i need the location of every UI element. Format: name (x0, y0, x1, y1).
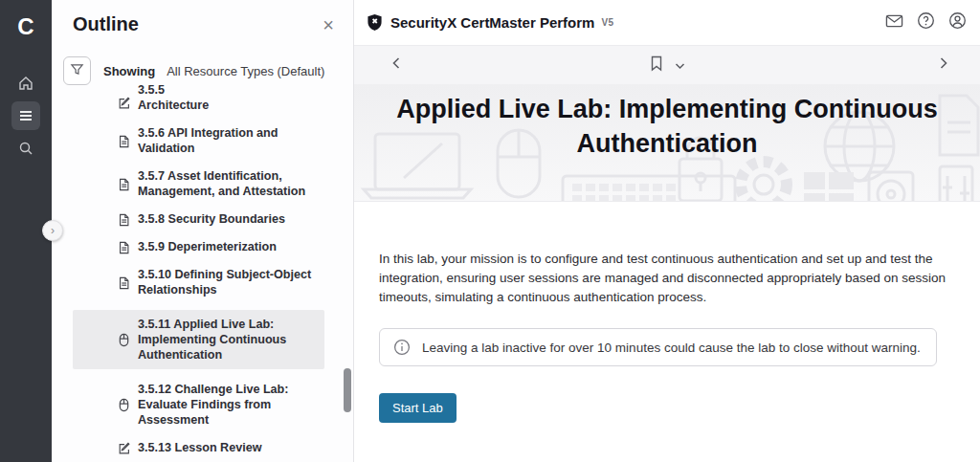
mail-button[interactable] (885, 13, 903, 33)
chevron-down-icon (675, 56, 685, 74)
previous-page-button[interactable] (390, 56, 402, 74)
app-title: SecurityX CertMaster Perform (390, 14, 594, 31)
start-lab-button[interactable]: Start Lab (379, 393, 457, 423)
outline-item-label: 3.5.6 API Integration and Validation (138, 125, 338, 156)
outline-item-label: 3.5.13 Lesson Review (138, 440, 262, 455)
inactivity-warning-text: Leaving a lab inactive for over 10 minut… (422, 341, 921, 355)
filter-button[interactable] (63, 56, 91, 85)
showing-label: Showing (103, 64, 155, 78)
bookmark-button[interactable] (650, 55, 663, 76)
bookmark-icon (650, 55, 663, 76)
outline-item-3-5-13[interactable]: 3.5.13 Lesson Review (118, 440, 338, 455)
close-icon: × (323, 14, 334, 35)
outline-item-3-5-11-selected[interactable]: 3.5.11 Applied Live Lab: Implementing Co… (73, 310, 324, 369)
outline-panel-title: Outline (73, 13, 139, 35)
help-icon (917, 11, 935, 33)
outline-item-label: 3.5.7 Asset Identification, Management, … (138, 168, 338, 199)
outline-item-label: 3.5.5Architecture (138, 93, 209, 113)
outline-menu-icon (18, 108, 33, 123)
outline-item-3-5-10[interactable]: 3.5.10 Defining Subject-Object Relations… (118, 267, 338, 297)
shield-x-icon (367, 13, 383, 32)
info-circle-icon (393, 339, 411, 356)
outline-item-label: 3.5.10 Defining Subject-Object Relations… (138, 267, 338, 297)
outline-item-3-5-5-clipped[interactable]: 3.5.5Architecture (118, 93, 338, 113)
help-button[interactable] (917, 11, 935, 33)
next-page-button[interactable] (938, 56, 949, 74)
home-icon (18, 76, 33, 91)
bookmark-menu-button[interactable] (675, 56, 685, 74)
chevron-right-icon (938, 56, 949, 74)
lesson-content: In this lab, your mission is to configur… (354, 202, 980, 423)
outline-item-label: 3.5.8 Security Boundaries (138, 211, 285, 227)
outline-item-label: 3.5.11 Applied Live Lab: Implementing Co… (138, 317, 317, 363)
outline-item-label: 3.5.9 Deperimeterization (138, 239, 277, 254)
document-icon (118, 168, 133, 199)
edit-activity-icon (118, 93, 133, 113)
close-outline-button[interactable]: × (323, 15, 334, 34)
inactivity-warning: Leaving a lab inactive for over 10 minut… (379, 328, 937, 366)
outline-item-label: 3.5.12 Challenge Live Lab: Evaluate Find… (138, 382, 338, 428)
page-title: Applied Live Lab: Implementing Continuou… (354, 84, 980, 161)
filter-funnel-icon (70, 62, 84, 80)
lab-description: In this lab, your mission is to configur… (379, 250, 965, 307)
outline-menu-button[interactable] (11, 101, 40, 130)
scrollbar-thumb[interactable] (344, 368, 351, 412)
document-icon (118, 125, 133, 156)
main-area: SecurityX CertMaster Perform V5 (354, 0, 980, 462)
comptia-logo: C (0, 6, 52, 48)
document-icon (118, 267, 133, 297)
outline-list: 3.5.5Architecture 3.5.6 API Integration … (52, 93, 353, 462)
chevron-left-icon (390, 56, 402, 74)
outline-item-3-5-6[interactable]: 3.5.6 API Integration and Validation (118, 125, 338, 156)
document-icon (118, 239, 133, 254)
title-banner: Applied Live Lab: Implementing Continuou… (354, 84, 980, 202)
collapse-panel-toggle[interactable]: › (42, 220, 63, 241)
chevron-right-toggle-icon: › (51, 224, 55, 237)
document-icon (118, 211, 133, 227)
outline-item-3-5-7[interactable]: 3.5.7 Asset Identification, Management, … (118, 168, 338, 199)
outline-item-3-5-8[interactable]: 3.5.8 Security Boundaries (118, 211, 338, 227)
outline-panel: Outline × Showing All Resource Types (De… (52, 0, 354, 462)
account-icon (948, 11, 967, 33)
outline-item-3-5-9[interactable]: 3.5.9 Deperimeterization (118, 239, 338, 254)
edit-activity-icon (118, 440, 133, 455)
live-lab-mouse-icon (118, 382, 133, 428)
mail-icon (885, 13, 903, 33)
search-button[interactable] (11, 134, 40, 163)
search-icon (18, 141, 33, 156)
app-header: SecurityX CertMaster Perform V5 (354, 0, 980, 46)
live-lab-mouse-icon (118, 317, 133, 363)
outline-item-3-5-12[interactable]: 3.5.12 Challenge Live Lab: Evaluate Find… (118, 382, 338, 428)
outline-scrollbar[interactable] (344, 0, 351, 462)
account-button[interactable] (948, 11, 967, 33)
app-version: V5 (601, 17, 613, 28)
home-button[interactable] (11, 69, 40, 98)
filter-value[interactable]: All Resource Types (Default) (167, 64, 324, 78)
lesson-toolbar (354, 46, 980, 84)
